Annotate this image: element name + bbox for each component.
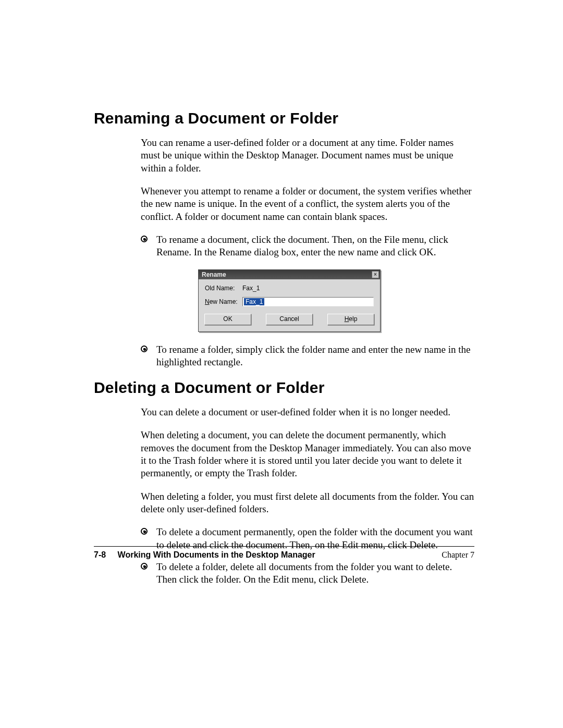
action-list-s1b: To rename a folder, simply click the fol… — [141, 343, 474, 369]
page-footer: 7-8 Working With Documents in the Deskto… — [94, 550, 474, 560]
label-new-name-accel: N — [205, 298, 210, 305]
row-old-name: Old Name: Fax_1 — [205, 285, 374, 292]
dialog-body: Old Name: Fax_1 New Name: Fax_1 OK Cance… — [199, 279, 380, 331]
heading-renaming: Renaming a Document or Folder — [94, 109, 474, 127]
footer-left: 7-8 Working With Documents in the Deskto… — [94, 550, 315, 560]
footer-rule — [94, 546, 474, 547]
row-new-name: New Name: Fax_1 — [205, 297, 374, 306]
rename-dialog: Rename × Old Name: Fax_1 New Name: Fax_1 — [198, 269, 381, 332]
help-rest: elp — [349, 315, 357, 323]
para-s2-3: When deleting a folder, you must first d… — [141, 490, 474, 516]
new-name-value: Fax_1 — [244, 298, 264, 305]
dialog-title: Rename — [202, 271, 226, 278]
heading-deleting: Deleting a Document or Folder — [94, 379, 474, 397]
para-s2-2: When deleting a document, you can delete… — [141, 429, 474, 479]
label-new-name: New Name: — [205, 298, 242, 305]
help-button[interactable]: Help — [327, 314, 374, 325]
para-s2-1: You can delete a document or user-define… — [141, 406, 474, 418]
bullet-delete-folder: To delete a folder, delete all documents… — [141, 561, 474, 586]
section1-body: You can rename a user-defined folder or … — [141, 137, 474, 368]
manual-page: Renaming a Document or Folder You can re… — [0, 0, 563, 728]
ok-button[interactable]: OK — [204, 314, 251, 325]
value-old-name: Fax_1 — [242, 285, 260, 292]
dialog-button-row: OK Cancel Help — [205, 312, 374, 326]
dialog-titlebar[interactable]: Rename × — [199, 270, 380, 279]
new-name-input[interactable]: Fax_1 — [242, 297, 374, 306]
label-old-name: Old Name: — [205, 285, 242, 292]
footer-chapter: Chapter 7 — [442, 550, 474, 560]
rename-dialog-figure: Rename × Old Name: Fax_1 New Name: Fax_1 — [198, 269, 381, 332]
bullet-rename-folder: To rename a folder, simply click the fol… — [141, 343, 474, 369]
para-s1-1: You can rename a user-defined folder or … — [141, 137, 474, 175]
para-s1-2: Whenever you attempt to rename a folder … — [141, 185, 474, 223]
action-list-s1a: To rename a document, click the document… — [141, 233, 474, 259]
cancel-button[interactable]: Cancel — [266, 314, 313, 325]
bullet-delete-doc: To delete a document permanently, open t… — [141, 526, 474, 551]
page-number: 7-8 — [94, 550, 106, 559]
label-new-name-rest: ew Name: — [210, 298, 238, 305]
close-icon[interactable]: × — [372, 271, 379, 278]
bullet-rename-doc: To rename a document, click the document… — [141, 233, 474, 259]
footer-title: Working With Documents in the Desktop Ma… — [118, 550, 315, 559]
